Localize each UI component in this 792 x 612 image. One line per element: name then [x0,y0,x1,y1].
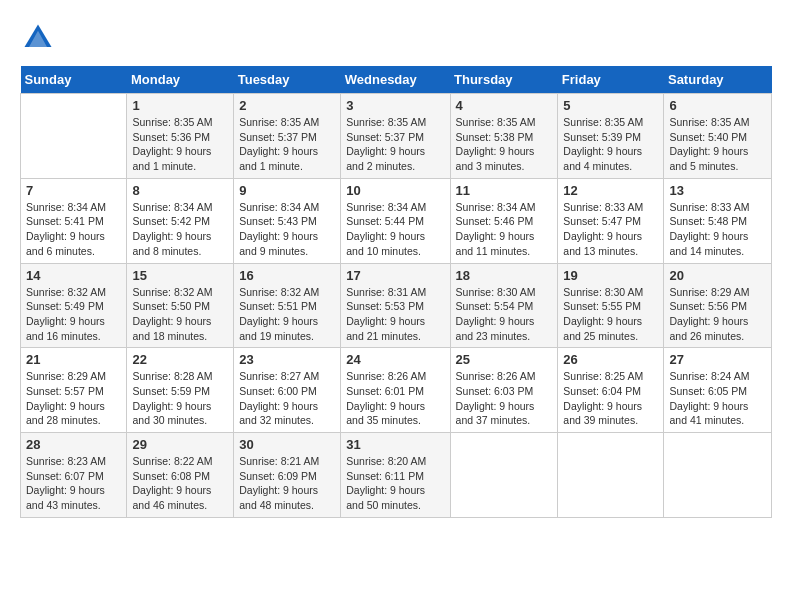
day-number: 24 [346,352,444,367]
calendar-cell: 17Sunrise: 8:31 AM Sunset: 5:53 PM Dayli… [341,263,450,348]
day-info: Sunrise: 8:24 AM Sunset: 6:05 PM Dayligh… [669,369,766,428]
calendar-week-row: 1Sunrise: 8:35 AM Sunset: 5:36 PM Daylig… [21,94,772,179]
day-number: 6 [669,98,766,113]
weekday-header: Wednesday [341,66,450,94]
day-info: Sunrise: 8:21 AM Sunset: 6:09 PM Dayligh… [239,454,335,513]
day-number: 15 [132,268,228,283]
calendar-cell: 25Sunrise: 8:26 AM Sunset: 6:03 PM Dayli… [450,348,558,433]
day-number: 26 [563,352,658,367]
calendar-cell: 31Sunrise: 8:20 AM Sunset: 6:11 PM Dayli… [341,433,450,518]
calendar-cell: 1Sunrise: 8:35 AM Sunset: 5:36 PM Daylig… [127,94,234,179]
calendar-cell: 5Sunrise: 8:35 AM Sunset: 5:39 PM Daylig… [558,94,664,179]
day-number: 10 [346,183,444,198]
day-info: Sunrise: 8:29 AM Sunset: 5:57 PM Dayligh… [26,369,121,428]
day-number: 23 [239,352,335,367]
calendar-cell: 15Sunrise: 8:32 AM Sunset: 5:50 PM Dayli… [127,263,234,348]
day-info: Sunrise: 8:28 AM Sunset: 5:59 PM Dayligh… [132,369,228,428]
day-info: Sunrise: 8:35 AM Sunset: 5:38 PM Dayligh… [456,115,553,174]
weekday-header: Saturday [664,66,772,94]
calendar-week-row: 28Sunrise: 8:23 AM Sunset: 6:07 PM Dayli… [21,433,772,518]
calendar-week-row: 7Sunrise: 8:34 AM Sunset: 5:41 PM Daylig… [21,178,772,263]
day-info: Sunrise: 8:27 AM Sunset: 6:00 PM Dayligh… [239,369,335,428]
day-number: 5 [563,98,658,113]
calendar-cell: 3Sunrise: 8:35 AM Sunset: 5:37 PM Daylig… [341,94,450,179]
day-info: Sunrise: 8:35 AM Sunset: 5:40 PM Dayligh… [669,115,766,174]
day-number: 8 [132,183,228,198]
calendar-cell: 19Sunrise: 8:30 AM Sunset: 5:55 PM Dayli… [558,263,664,348]
day-number: 31 [346,437,444,452]
calendar-cell: 10Sunrise: 8:34 AM Sunset: 5:44 PM Dayli… [341,178,450,263]
day-number: 25 [456,352,553,367]
weekday-header: Thursday [450,66,558,94]
day-number: 18 [456,268,553,283]
day-info: Sunrise: 8:32 AM Sunset: 5:49 PM Dayligh… [26,285,121,344]
day-number: 9 [239,183,335,198]
day-number: 29 [132,437,228,452]
calendar-cell [664,433,772,518]
calendar-cell: 22Sunrise: 8:28 AM Sunset: 5:59 PM Dayli… [127,348,234,433]
day-number: 3 [346,98,444,113]
calendar-cell: 6Sunrise: 8:35 AM Sunset: 5:40 PM Daylig… [664,94,772,179]
logo [20,20,60,56]
day-number: 21 [26,352,121,367]
weekday-header: Monday [127,66,234,94]
calendar-week-row: 21Sunrise: 8:29 AM Sunset: 5:57 PM Dayli… [21,348,772,433]
calendar-cell: 12Sunrise: 8:33 AM Sunset: 5:47 PM Dayli… [558,178,664,263]
day-info: Sunrise: 8:34 AM Sunset: 5:44 PM Dayligh… [346,200,444,259]
day-info: Sunrise: 8:26 AM Sunset: 6:01 PM Dayligh… [346,369,444,428]
calendar-cell: 14Sunrise: 8:32 AM Sunset: 5:49 PM Dayli… [21,263,127,348]
weekday-header: Tuesday [234,66,341,94]
day-info: Sunrise: 8:30 AM Sunset: 5:54 PM Dayligh… [456,285,553,344]
calendar-cell: 27Sunrise: 8:24 AM Sunset: 6:05 PM Dayli… [664,348,772,433]
weekday-header: Sunday [21,66,127,94]
day-number: 22 [132,352,228,367]
day-info: Sunrise: 8:34 AM Sunset: 5:42 PM Dayligh… [132,200,228,259]
day-number: 4 [456,98,553,113]
calendar-cell: 20Sunrise: 8:29 AM Sunset: 5:56 PM Dayli… [664,263,772,348]
day-info: Sunrise: 8:35 AM Sunset: 5:36 PM Dayligh… [132,115,228,174]
calendar-cell: 28Sunrise: 8:23 AM Sunset: 6:07 PM Dayli… [21,433,127,518]
calendar-cell: 13Sunrise: 8:33 AM Sunset: 5:48 PM Dayli… [664,178,772,263]
day-info: Sunrise: 8:32 AM Sunset: 5:51 PM Dayligh… [239,285,335,344]
day-number: 7 [26,183,121,198]
day-info: Sunrise: 8:33 AM Sunset: 5:47 PM Dayligh… [563,200,658,259]
logo-icon [20,20,56,56]
calendar-cell: 21Sunrise: 8:29 AM Sunset: 5:57 PM Dayli… [21,348,127,433]
weekday-header-row: SundayMondayTuesdayWednesdayThursdayFrid… [21,66,772,94]
calendar-cell [450,433,558,518]
day-info: Sunrise: 8:33 AM Sunset: 5:48 PM Dayligh… [669,200,766,259]
day-info: Sunrise: 8:34 AM Sunset: 5:41 PM Dayligh… [26,200,121,259]
day-info: Sunrise: 8:20 AM Sunset: 6:11 PM Dayligh… [346,454,444,513]
page-header [20,20,772,56]
calendar-cell: 29Sunrise: 8:22 AM Sunset: 6:08 PM Dayli… [127,433,234,518]
day-info: Sunrise: 8:35 AM Sunset: 5:37 PM Dayligh… [239,115,335,174]
day-info: Sunrise: 8:34 AM Sunset: 5:46 PM Dayligh… [456,200,553,259]
calendar-cell: 9Sunrise: 8:34 AM Sunset: 5:43 PM Daylig… [234,178,341,263]
calendar-cell: 23Sunrise: 8:27 AM Sunset: 6:00 PM Dayli… [234,348,341,433]
day-number: 19 [563,268,658,283]
day-info: Sunrise: 8:22 AM Sunset: 6:08 PM Dayligh… [132,454,228,513]
calendar-cell: 16Sunrise: 8:32 AM Sunset: 5:51 PM Dayli… [234,263,341,348]
calendar-week-row: 14Sunrise: 8:32 AM Sunset: 5:49 PM Dayli… [21,263,772,348]
day-number: 16 [239,268,335,283]
day-info: Sunrise: 8:35 AM Sunset: 5:37 PM Dayligh… [346,115,444,174]
day-number: 12 [563,183,658,198]
day-number: 11 [456,183,553,198]
day-number: 30 [239,437,335,452]
calendar-cell: 18Sunrise: 8:30 AM Sunset: 5:54 PM Dayli… [450,263,558,348]
day-info: Sunrise: 8:30 AM Sunset: 5:55 PM Dayligh… [563,285,658,344]
calendar-cell: 24Sunrise: 8:26 AM Sunset: 6:01 PM Dayli… [341,348,450,433]
day-number: 13 [669,183,766,198]
calendar-cell: 7Sunrise: 8:34 AM Sunset: 5:41 PM Daylig… [21,178,127,263]
day-info: Sunrise: 8:26 AM Sunset: 6:03 PM Dayligh… [456,369,553,428]
calendar-cell: 4Sunrise: 8:35 AM Sunset: 5:38 PM Daylig… [450,94,558,179]
day-info: Sunrise: 8:35 AM Sunset: 5:39 PM Dayligh… [563,115,658,174]
calendar-cell: 26Sunrise: 8:25 AM Sunset: 6:04 PM Dayli… [558,348,664,433]
day-number: 17 [346,268,444,283]
calendar-cell [558,433,664,518]
day-number: 1 [132,98,228,113]
day-number: 14 [26,268,121,283]
calendar-cell: 30Sunrise: 8:21 AM Sunset: 6:09 PM Dayli… [234,433,341,518]
day-info: Sunrise: 8:31 AM Sunset: 5:53 PM Dayligh… [346,285,444,344]
calendar-table: SundayMondayTuesdayWednesdayThursdayFrid… [20,66,772,518]
